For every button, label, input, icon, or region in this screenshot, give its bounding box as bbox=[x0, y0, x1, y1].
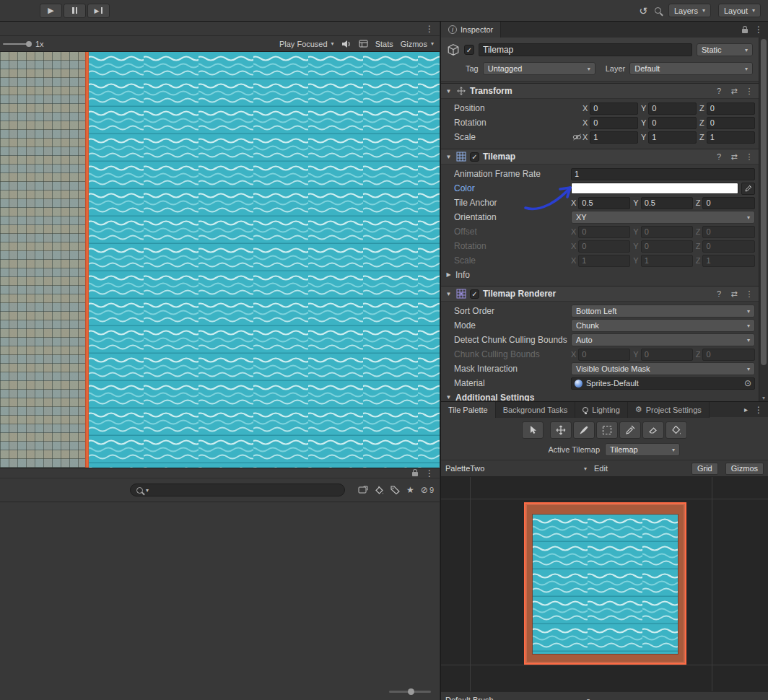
scroll-down-icon[interactable]: ▾ bbox=[759, 395, 768, 401]
material-object-field[interactable]: Sprites-Default ⊙ bbox=[571, 377, 755, 390]
picker-tool-button[interactable] bbox=[619, 421, 641, 439]
play-button[interactable]: ▶ bbox=[40, 4, 62, 18]
device-simulator-icon[interactable] bbox=[359, 40, 368, 48]
game-viewport[interactable] bbox=[0, 52, 440, 468]
tab-project-settings[interactable]: ⚙ Project Settings bbox=[628, 402, 710, 418]
static-dropdown[interactable]: Static ▾ bbox=[697, 43, 753, 56]
orientation-dropdown[interactable]: XY ▾ bbox=[571, 211, 755, 224]
position-y-input[interactable] bbox=[648, 102, 697, 115]
scale-y-input[interactable] bbox=[648, 131, 697, 144]
paint-bucket-icon[interactable] bbox=[375, 486, 384, 495]
star-icon[interactable]: ★ bbox=[406, 485, 414, 495]
selected-water-tile[interactable] bbox=[525, 504, 685, 663]
layout-dropdown[interactable]: Layout ▾ bbox=[718, 4, 761, 17]
kebab-menu-icon[interactable]: ⋮ bbox=[425, 468, 434, 478]
tilemap-renderer-header[interactable]: ▼ ✓ Tilemap Renderer ? ⇄ ⋮ bbox=[441, 286, 759, 302]
color-swatch[interactable] bbox=[571, 183, 738, 194]
component-enabled-checkbox[interactable]: ✓ bbox=[470, 152, 479, 162]
help-icon[interactable]: ? bbox=[713, 152, 725, 161]
bottom-left-content[interactable] bbox=[0, 502, 440, 700]
position-x-input[interactable] bbox=[590, 102, 638, 115]
lock-icon[interactable] bbox=[742, 29, 748, 33]
box-fill-tool-button[interactable] bbox=[596, 421, 618, 439]
detect-chunk-culling-dropdown[interactable]: Auto ▾ bbox=[571, 333, 755, 346]
kebab-menu-icon[interactable]: ⋮ bbox=[743, 289, 755, 299]
sort-order-dropdown[interactable]: Bottom Left ▾ bbox=[571, 305, 755, 318]
stats-button[interactable]: Stats bbox=[375, 40, 393, 48]
mask-interaction-dropdown[interactable]: Visible Outside Mask ▾ bbox=[571, 362, 755, 375]
additional-settings-foldout[interactable]: ▼ Additional Settings bbox=[441, 390, 759, 401]
foldout-open-icon[interactable]: ▼ bbox=[445, 88, 453, 95]
slider-handle[interactable] bbox=[26, 41, 32, 47]
inspector-scrollbar[interactable]: ▾ bbox=[759, 38, 768, 401]
eyedropper-button[interactable] bbox=[741, 183, 755, 195]
component-enabled-checkbox[interactable]: ✓ bbox=[470, 289, 479, 299]
tile-anchor-y-input[interactable] bbox=[641, 197, 693, 209]
help-icon[interactable]: ? bbox=[713, 87, 725, 95]
search-icon[interactable] bbox=[655, 7, 661, 14]
active-tilemap-dropdown[interactable]: Tilemap ▾ bbox=[605, 443, 680, 456]
grid-toggle-button[interactable]: Grid bbox=[691, 463, 718, 475]
search-field[interactable]: ▾ bbox=[130, 484, 345, 496]
kebab-menu-icon[interactable]: ⋮ bbox=[754, 405, 763, 415]
tab-lighting[interactable]: Lighting bbox=[575, 402, 628, 418]
lock-icon[interactable] bbox=[412, 472, 418, 476]
search-input[interactable] bbox=[152, 486, 339, 494]
kebab-menu-icon[interactable]: ⋮ bbox=[425, 24, 434, 34]
tab-background-tasks[interactable]: Background Tasks bbox=[496, 402, 576, 418]
play-focused-dropdown[interactable]: Play Focused ▾ bbox=[279, 40, 334, 48]
object-picker-icon[interactable]: ⊙ bbox=[744, 378, 751, 388]
foldout-open-icon[interactable]: ▼ bbox=[445, 291, 453, 297]
pause-button[interactable] bbox=[64, 4, 86, 18]
kebab-menu-icon[interactable]: ⋮ bbox=[743, 87, 755, 96]
presets-icon[interactable]: ⇄ bbox=[728, 87, 740, 96]
active-checkbox[interactable]: ✓ bbox=[464, 45, 474, 55]
tag-dropdown[interactable]: Untagged ▾ bbox=[483, 62, 595, 75]
scale-x-input[interactable] bbox=[590, 131, 638, 144]
palette-dropdown[interactable]: PaletteTwo ▾ bbox=[445, 464, 587, 473]
hidden-objects-count[interactable]: ⊘ 9 bbox=[421, 485, 434, 495]
rotation-y-input[interactable] bbox=[648, 117, 697, 129]
undo-history-icon[interactable]: ↺ bbox=[639, 5, 647, 17]
scale-slider[interactable] bbox=[3, 43, 30, 45]
info-foldout[interactable]: ▶ Info bbox=[441, 268, 759, 281]
presets-icon[interactable]: ⇄ bbox=[728, 289, 740, 299]
tile-anchor-z-input[interactable] bbox=[702, 197, 755, 209]
default-brush-dropdown[interactable]: Default Brush ▾ bbox=[445, 694, 590, 700]
edit-button[interactable]: Edit bbox=[594, 464, 608, 473]
tab-inspector[interactable]: i Inspector bbox=[441, 22, 501, 38]
slider-handle[interactable] bbox=[408, 688, 414, 695]
tilemap-header[interactable]: ▼ ✓ Tilemap ? ⇄ ⋮ bbox=[441, 149, 759, 165]
rotation-x-input[interactable] bbox=[590, 117, 638, 129]
move-tool-button[interactable] bbox=[550, 421, 572, 439]
search-filter-caret-icon[interactable]: ▾ bbox=[146, 487, 149, 494]
eraser-tool-button[interactable] bbox=[642, 421, 664, 439]
kebab-menu-icon[interactable]: ⋮ bbox=[754, 25, 763, 35]
link-scale-icon[interactable] bbox=[572, 134, 582, 141]
more-tabs-icon[interactable]: ▸ bbox=[744, 406, 748, 414]
kebab-menu-icon[interactable]: ⋮ bbox=[743, 152, 755, 162]
transform-header[interactable]: ▼ Transform ? ⇄ ⋮ bbox=[441, 83, 759, 99]
help-icon[interactable]: ? bbox=[713, 289, 725, 298]
scrollbar-thumb[interactable] bbox=[761, 39, 767, 365]
label-icon[interactable] bbox=[390, 486, 400, 494]
mute-audio-icon[interactable] bbox=[341, 40, 352, 48]
scale-z-input[interactable] bbox=[707, 131, 755, 144]
foldout-open-icon[interactable]: ▼ bbox=[445, 154, 453, 160]
rotation-z-input[interactable] bbox=[707, 117, 755, 129]
open-window-icon[interactable] bbox=[358, 486, 368, 494]
gameobject-name-input[interactable] bbox=[479, 43, 692, 56]
tab-tile-palette[interactable]: Tile Palette bbox=[441, 402, 496, 418]
step-button[interactable]: ▶ bbox=[87, 4, 110, 18]
fill-tool-button[interactable] bbox=[666, 421, 687, 439]
gizmos-dropdown[interactable]: Gizmos ▾ bbox=[401, 40, 434, 48]
select-tool-button[interactable] bbox=[522, 421, 544, 439]
layer-dropdown[interactable]: Default ▾ bbox=[629, 62, 753, 75]
presets-icon[interactable]: ⇄ bbox=[728, 152, 740, 162]
tile-anchor-x-input[interactable] bbox=[578, 197, 630, 209]
mode-dropdown[interactable]: Chunk ▾ bbox=[571, 319, 755, 332]
position-z-input[interactable] bbox=[707, 102, 755, 115]
frame-rate-input[interactable] bbox=[571, 168, 755, 180]
zoom-slider[interactable] bbox=[389, 691, 431, 693]
brush-tool-button[interactable] bbox=[573, 421, 595, 439]
